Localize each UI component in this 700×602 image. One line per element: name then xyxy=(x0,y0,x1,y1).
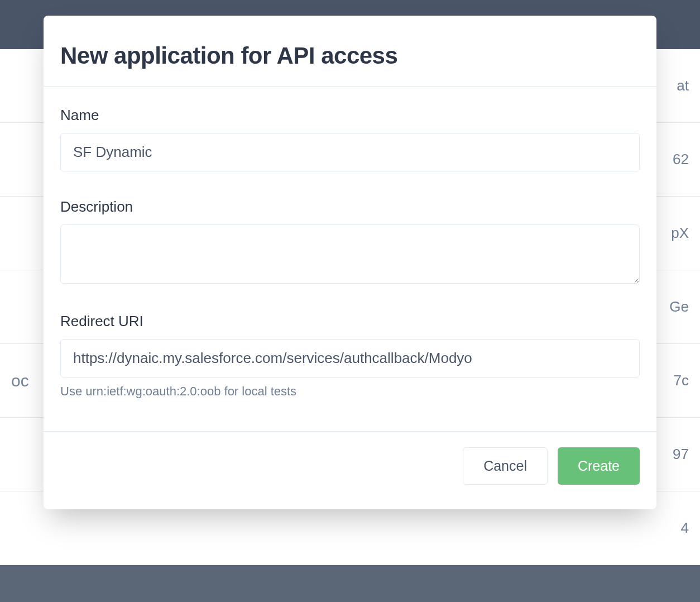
description-field-group: Description xyxy=(60,198,640,286)
redirect-uri-field-group: Redirect URI Use urn:ietf:wg:oauth:2.0:o… xyxy=(60,313,640,399)
cancel-button[interactable]: Cancel xyxy=(463,447,548,485)
name-field-group: Name xyxy=(60,107,640,171)
description-input[interactable] xyxy=(60,224,640,284)
redirect-uri-label: Redirect URI xyxy=(60,313,640,330)
description-label: Description xyxy=(60,198,640,216)
modal-footer: Cancel Create xyxy=(44,432,656,509)
name-label: Name xyxy=(60,107,640,124)
create-button[interactable]: Create xyxy=(558,447,640,485)
modal-header: New application for API access xyxy=(44,16,656,86)
modal-body: Name Description Redirect URI Use urn:ie… xyxy=(44,87,656,431)
new-application-modal: New application for API access Name Desc… xyxy=(44,16,656,509)
name-input[interactable] xyxy=(60,133,640,171)
modal-title: New application for API access xyxy=(60,42,640,69)
modal-overlay: New application for API access Name Desc… xyxy=(0,0,700,602)
redirect-uri-help-text: Use urn:ietf:wg:oauth:2.0:oob for local … xyxy=(60,384,640,399)
redirect-uri-input[interactable] xyxy=(60,339,640,378)
